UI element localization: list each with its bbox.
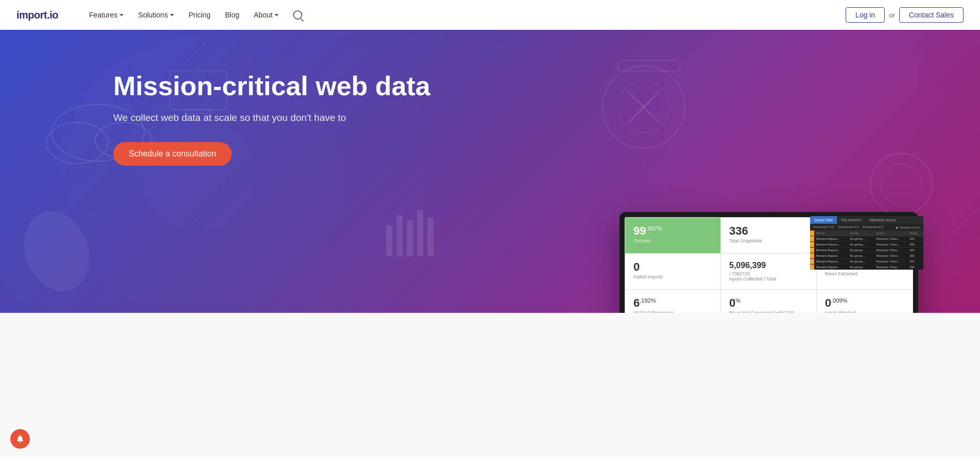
stat-404-responses: 6.192% 404/410 Responses: [625, 290, 721, 313]
header: import.io Features Solutions Pricing Blo…: [0, 0, 980, 30]
dashboard-mockup: 99.987% Success 336 Total Snapshots 221/…: [620, 212, 939, 313]
nav-features[interactable]: Features: [83, 7, 130, 23]
notification-bell[interactable]: [10, 429, 30, 449]
hero-title: Mission-critical web data: [113, 71, 431, 102]
header-actions: Log in or Contact Sales: [846, 7, 964, 23]
table-row: Banana Reposi... No group... Tempura / D…: [810, 242, 923, 248]
stat-inputs-collected: 5,096,399 / 7382733Inputs Collected / To…: [721, 254, 817, 290]
main-nav: Features Solutions Pricing Blog About: [83, 6, 846, 24]
query-panel: Query Data Top Selector Validation Issue…: [810, 216, 923, 270]
stat-total-snapshots: 336 Total Snapshots: [721, 218, 817, 254]
schedule-consultation-button[interactable]: Schedule a consultation: [113, 142, 232, 166]
table-row: Banana Reposi... No group... Tempura / D…: [810, 236, 923, 242]
search-icon[interactable]: [293, 10, 302, 20]
nav-about[interactable]: About: [248, 7, 285, 23]
table-row: Banana Reposi... No group... Tempura / D…: [810, 253, 923, 259]
stat-success: 99.987% Success: [625, 218, 721, 254]
nav-blog[interactable]: Blog: [219, 7, 246, 23]
query-panel-tabs: Query Data Top Selector Validation Issue…: [810, 216, 923, 224]
download-row: Download CSVDownload XLSDownload XLS ▶ I…: [810, 224, 923, 231]
query-table-body: Banana Reposi... No group... Tempura / D…: [810, 236, 923, 270]
query-table-header: Name Group Query Rows: [810, 231, 923, 236]
nav-solutions[interactable]: Solutions: [132, 7, 180, 23]
laptop-mockup: 99.987% Success 336 Total Snapshots 221/…: [620, 212, 918, 313]
chevron-down-icon: [274, 14, 279, 16]
stat-rows-not-generated: 0% Rows Not Generated (with 200): [721, 290, 817, 313]
table-row: Banana Reposi... No group... Tempura / D…: [810, 259, 923, 264]
or-separator: or: [889, 11, 895, 19]
query-tab-active[interactable]: Query Data: [810, 216, 837, 224]
table-row: Banana Reposi... No group... Tempura / D…: [810, 264, 923, 270]
below-hero-spacer: [0, 313, 980, 457]
nav-pricing[interactable]: Pricing: [182, 7, 217, 23]
stat-failed-imports: 0 Failed Imports: [625, 254, 721, 290]
stat-inputs-blocked: 0.009% Inputs Blocked: [817, 290, 913, 313]
query-tab-validation[interactable]: Validation Issues: [865, 216, 900, 224]
bell-icon: [15, 434, 25, 444]
login-button[interactable]: Log in: [846, 7, 885, 23]
hero-subtitle: We collect web data at scale so that you…: [113, 112, 431, 123]
nav-search[interactable]: [287, 6, 308, 24]
chevron-down-icon: [119, 14, 124, 16]
hero-content: Mission-critical web data We collect web…: [113, 71, 431, 166]
logo[interactable]: import.io: [16, 9, 58, 21]
contact-sales-button[interactable]: Contact Sales: [899, 7, 964, 23]
chevron-down-icon: [170, 14, 174, 16]
hero-section: Mission-critical web data We collect web…: [0, 30, 980, 313]
query-tab-selector[interactable]: Top Selector: [837, 216, 865, 224]
table-row: Banana Reposi... No group... Tempura / D…: [810, 248, 923, 253]
